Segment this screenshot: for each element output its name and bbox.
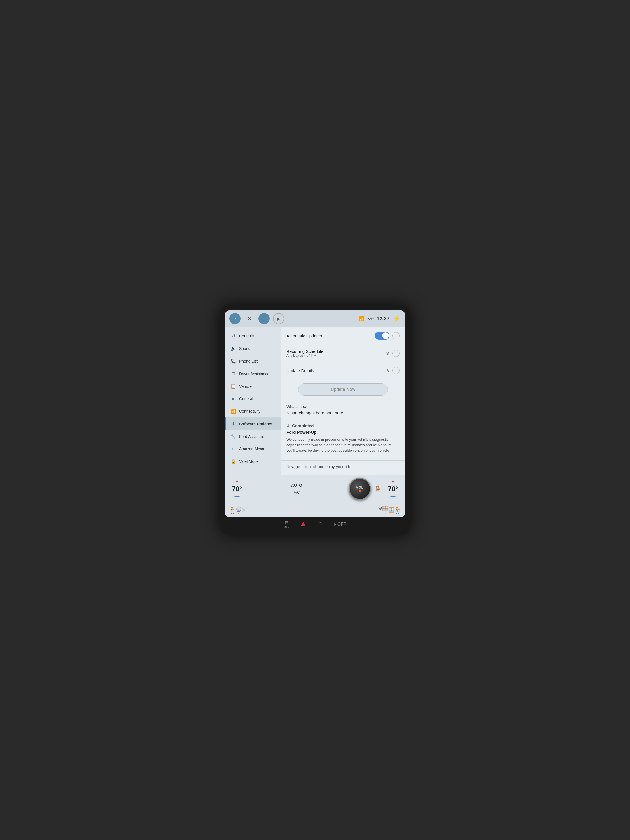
seat-heat-icon[interactable]: 🪑 — [374, 485, 382, 493]
software-updates-icon: ⬇ — [230, 421, 236, 426]
steering-wheel-icon[interactable]: 🎡 — [235, 506, 242, 514]
update-details-chevron[interactable]: ∧ — [386, 367, 390, 374]
climate-line-2 — [294, 489, 300, 489]
right-temp-display: 70° — [388, 485, 398, 493]
sidebar-item-connectivity[interactable]: 📶 Connectivity — [225, 405, 281, 417]
vehicle-label: Vehicle — [239, 384, 252, 388]
sidebar-item-controls[interactable]: ↺ Controls — [225, 330, 281, 342]
completed-description: We've recently made improvements to your… — [286, 437, 399, 453]
recurring-schedule-row: Recurring Schedule: Any Day at 4:54 PM ∨… — [281, 344, 405, 362]
vol-label: VOL — [356, 486, 364, 489]
seat-dot-1 — [231, 513, 232, 514]
completed-header: ⬇ Completed — [286, 423, 399, 428]
driver-assistance-icon: ⊡ — [230, 371, 236, 376]
hw-parking[interactable]: |P| — [317, 522, 322, 527]
rear-defroster-icon-symbol: 🪟 — [388, 507, 395, 513]
sound-icon: 🔈 — [230, 346, 236, 351]
fan-icon[interactable]: ✳ — [242, 507, 246, 513]
bottom-icons-bar: 🪑 🎡 ✳ ❄🪟 MAX 🪟 — [225, 503, 405, 517]
controls-icon: ↺ — [230, 333, 236, 338]
update-details-label: Update Details — [286, 368, 383, 373]
main-area: ↺ Controls 🔈 Sound 📞 Phone List ⊡ Driver… — [225, 327, 405, 475]
screen-button[interactable]: ⊡ — [259, 313, 270, 324]
valet-mode-icon: 🔒 — [230, 459, 236, 464]
defroster-icon: ❄🪟 — [378, 505, 388, 512]
whats-new-value: Smart changes here and there — [286, 411, 399, 415]
update-details-info[interactable]: i — [392, 367, 399, 374]
sidebar-item-sound[interactable]: 🔈 Sound — [225, 342, 281, 355]
seat-dots-right — [396, 513, 399, 514]
update-now-button[interactable]: Update Now — [298, 383, 388, 396]
status-area: 📶 55° 12:27 ⚡ — [359, 315, 401, 322]
ford-assistant-icon: 🔧 — [230, 434, 236, 439]
fan-icon-symbol: ✳ — [242, 507, 246, 513]
phone-list-label: Phone List — [239, 359, 257, 363]
time-display: 12:27 — [377, 316, 390, 322]
automatic-updates-toggle[interactable] — [375, 332, 390, 339]
hw-warning-triangle — [300, 522, 306, 526]
sidebar-item-valet-mode[interactable]: 🔒 Valet Mode — [225, 455, 281, 467]
home-button[interactable]: ⌂ — [229, 313, 240, 324]
automatic-updates-label: Automatic Updates — [286, 333, 372, 338]
max-label: MAX — [381, 512, 386, 515]
phone-icon: 📞 — [230, 358, 236, 364]
whats-new-label: What's new: — [286, 404, 399, 409]
volume-knob[interactable]: VOL — [349, 478, 371, 500]
whats-new-section: What's new: Smart changes here and there — [281, 400, 405, 420]
climate-left: + 70° — — [229, 479, 245, 499]
completed-title: Ford Power-Up — [286, 430, 399, 434]
max-defroster-icon[interactable]: ❄🪟 MAX — [378, 505, 388, 515]
sidebar-item-amazon-alexa[interactable]: ○ Amazon Alexa — [225, 443, 281, 455]
hw-max-defroster[interactable]: ⊟ MAX — [284, 520, 289, 529]
rear-defroster-icon[interactable]: 🪟 — [388, 507, 395, 513]
sidebar-item-driver-assistance[interactable]: ⊡ Driver Assistance — [225, 367, 281, 380]
right-temp-plus[interactable]: + — [392, 479, 395, 484]
completed-section: ⬇ Completed Ford Power-Up We've recently… — [281, 420, 405, 460]
recurring-schedule-chevron[interactable]: ∨ — [386, 350, 390, 357]
bolt-icon: ⚡ — [392, 315, 401, 322]
content-panel: Automatic Updates i Recurring Schedule: … — [281, 327, 405, 475]
climate-center: AUTO A/C — [248, 483, 345, 494]
volume-knob-container: VOL — [349, 478, 371, 500]
update-details-row: Update Details ∧ i — [281, 362, 405, 379]
valet-mode-label: Valet Mode — [239, 459, 259, 464]
controls-label: Controls — [239, 334, 254, 338]
close-button[interactable]: ✕ — [244, 313, 255, 324]
completed-icon: ⬇ — [286, 424, 290, 428]
seat-heat-right-icon[interactable]: 🪑 — [395, 506, 401, 514]
sidebar-item-software-updates[interactable]: ⬇ Software Updates — [225, 417, 281, 430]
enjoy-text: Now, just sit back and enjoy your ride. — [286, 464, 399, 469]
play-button[interactable]: ▶ — [273, 313, 284, 324]
automatic-updates-info[interactable]: i — [392, 332, 399, 339]
left-temp-minus[interactable]: — — [235, 494, 240, 499]
seat-dot-r2 — [398, 513, 399, 514]
sidebar-item-ford-assistant[interactable]: 🔧 Ford Assistant — [225, 430, 281, 443]
hw-warning[interactable] — [300, 522, 306, 526]
screen: ⌂ ✕ ⊡ ▶ 📶 55° 12:27 ⚡ ↺ Controls 🔈 — [225, 310, 405, 517]
climate-bar: + 70° — AUTO A/C VOL — [225, 475, 405, 503]
recurring-schedule-label: Recurring Schedule: Any Day at 4:54 PM — [286, 349, 383, 358]
wifi-icon: 📶 — [359, 316, 365, 321]
sidebar-item-general[interactable]: ≡ General — [225, 393, 281, 405]
vol-power-dot — [359, 490, 361, 492]
general-label: General — [239, 396, 253, 401]
right-temp-minus[interactable]: — — [391, 494, 396, 499]
left-temp-display: 70° — [232, 485, 242, 493]
seat-dots-left — [231, 513, 234, 514]
sidebar: ↺ Controls 🔈 Sound 📞 Phone List ⊡ Driver… — [225, 327, 281, 475]
climate-line-3 — [300, 489, 306, 489]
sound-label: Sound — [239, 346, 250, 351]
seat-heat-left-icon[interactable]: 🪑 — [229, 506, 235, 514]
hw-defroster-icon: ⊟ — [285, 520, 288, 525]
seat-icon-left: 🪑 — [229, 506, 235, 512]
sidebar-item-vehicle[interactable]: 📋 Vehicle — [225, 380, 281, 393]
completed-label: Completed — [292, 423, 314, 428]
climate-lines — [287, 489, 306, 489]
seat-dot-2 — [233, 513, 234, 514]
toggle-thumb — [382, 332, 389, 339]
hw-off[interactable]: ⊡OFF — [334, 522, 346, 527]
wheel-icon: 🎡 — [235, 506, 242, 512]
sidebar-item-phone-list[interactable]: 📞 Phone List — [225, 355, 281, 367]
recurring-schedule-info[interactable]: i — [392, 350, 399, 357]
left-temp-plus[interactable]: + — [235, 479, 238, 484]
